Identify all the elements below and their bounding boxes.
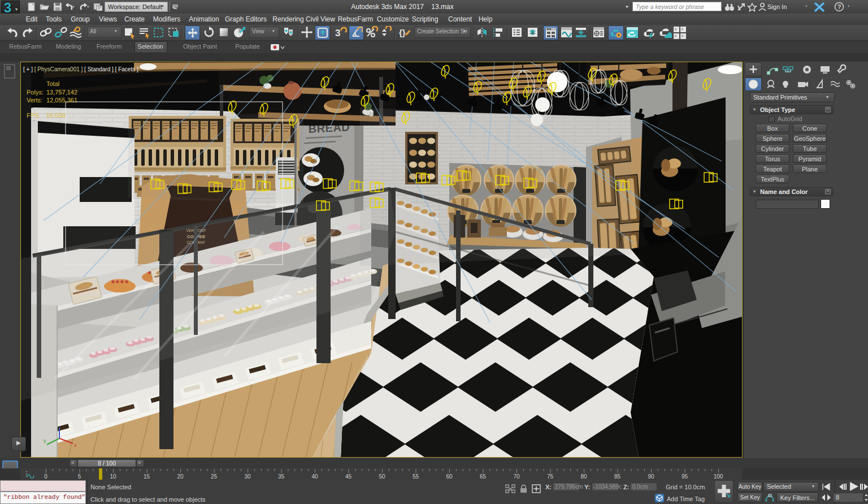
svg-text:40: 40 [311,473,318,480]
svg-text:30: 30 [244,473,251,480]
svg-text:Total: Total [46,80,59,87]
svg-text:0: 0 [44,473,47,480]
svg-text:20: 20 [177,473,184,480]
svg-text:15: 15 [144,473,150,480]
svg-text:3: 3 [335,28,340,38]
svg-text:55: 55 [413,473,419,480]
svg-text:12,055,361: 12,055,361 [46,97,77,104]
svg-text:10: 10 [110,473,116,480]
svg-text:35: 35 [278,473,285,480]
svg-text:13,757,142: 13,757,142 [46,89,77,96]
svg-text:16.039: 16.039 [46,112,66,119]
svg-text:5: 5 [78,473,81,480]
svg-text:{}: {} [399,28,406,37]
svg-text:95: 95 [682,473,688,480]
svg-text:75: 75 [547,473,554,480]
svg-text:[ + ] [ PhysCamera001 ] [ Stan: [ + ] [ PhysCamera001 ] [ Standard ] [ F… [23,66,138,72]
svg-text:?: ? [837,3,841,10]
svg-text:25: 25 [211,473,218,480]
svg-text:90: 90 [648,473,654,480]
svg-text:Verts:: Verts: [27,97,42,104]
svg-text:65: 65 [480,473,487,480]
svg-text:70: 70 [513,473,520,480]
svg-text:FPS:: FPS: [27,112,40,119]
svg-text:85: 85 [614,473,621,480]
svg-text:50: 50 [379,473,385,480]
svg-text:45: 45 [345,473,352,480]
svg-text:Polys:: Polys: [27,89,44,96]
svg-text:y: y [44,438,46,443]
svg-text:60: 60 [446,473,453,480]
svg-text:x: x [74,442,77,448]
svg-text:80: 80 [580,473,587,480]
svg-text:100: 100 [714,473,723,480]
